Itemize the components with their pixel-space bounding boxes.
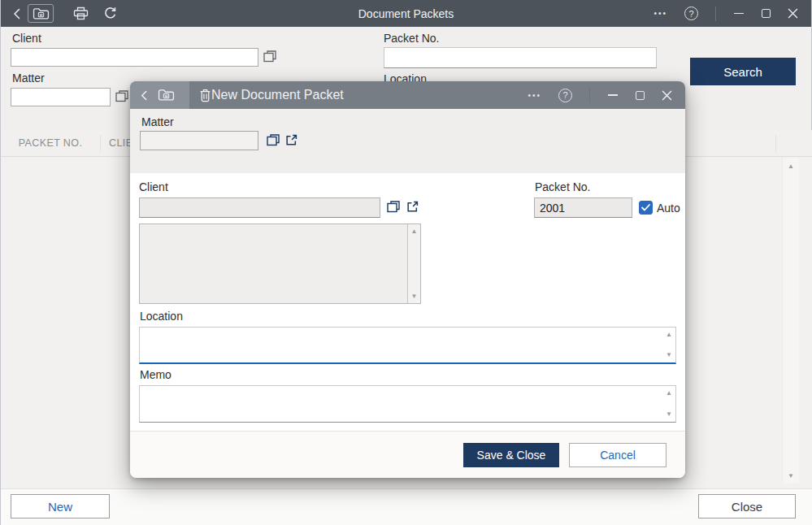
location-label: Location	[140, 310, 183, 323]
packet-no-search-input[interactable]	[384, 47, 657, 68]
print-icon[interactable]	[73, 7, 89, 20]
scroll-up-icon[interactable]: ▲	[666, 390, 672, 397]
maximize-icon[interactable]	[636, 91, 645, 100]
scroll-down-icon[interactable]: ▼	[666, 352, 672, 358]
column-header-packet-no[interactable]: PACKET NO.	[1, 130, 100, 156]
back-icon[interactable]	[12, 7, 21, 20]
save-close-button[interactable]: Save & Close	[463, 443, 559, 467]
client-search-input[interactable]	[11, 48, 258, 67]
column-divider	[775, 135, 776, 152]
bottom-bar: New Close	[1, 488, 812, 525]
dialog-footer: Save & Close Cancel	[130, 431, 685, 478]
auto-checkbox-label[interactable]: Auto	[657, 202, 680, 215]
client-lookup-icon[interactable]	[263, 50, 276, 63]
more-options-icon[interactable]: •••	[528, 91, 541, 100]
location-field: ▲ ▼	[139, 327, 676, 364]
matter-lookup-icon[interactable]	[115, 90, 128, 102]
more-options-icon[interactable]: •••	[654, 9, 667, 18]
new-button[interactable]: New	[11, 494, 110, 518]
titlebar-divider	[589, 88, 590, 102]
packet-folder-icon-button[interactable]: M	[28, 4, 54, 23]
delete-icon[interactable]	[199, 89, 211, 102]
client-label: Client	[139, 180, 168, 193]
scroll-up-icon[interactable]: ▲	[408, 228, 420, 235]
back-icon[interactable]	[140, 89, 148, 102]
packet-no-label: Packet No.	[384, 32, 439, 45]
close-button[interactable]: Close	[698, 494, 796, 518]
scroll-down-icon[interactable]: ▼	[666, 411, 672, 418]
minimize-icon[interactable]	[733, 8, 745, 20]
minimize-icon[interactable]	[607, 89, 619, 101]
memo-textarea[interactable]	[140, 386, 675, 422]
matter-label: Matter	[141, 115, 174, 128]
client-label: Client	[12, 32, 41, 45]
svg-text:M: M	[39, 12, 42, 16]
scroll-down-icon[interactable]: ▼	[783, 472, 799, 479]
svg-text:M: M	[165, 94, 168, 98]
memo-label: Memo	[140, 368, 172, 381]
matter-lookup-icon[interactable]	[267, 134, 280, 146]
client-open-external-icon[interactable]	[406, 201, 419, 213]
dialog-title: New Document Packet	[211, 88, 344, 102]
memo-field: ▲ ▼	[139, 385, 676, 423]
packet-no-input[interactable]	[534, 197, 632, 218]
client-lookup-icon[interactable]	[387, 201, 400, 213]
location-textarea[interactable]	[140, 328, 675, 362]
folder-m-icon[interactable]: M	[158, 89, 175, 102]
search-button[interactable]: Search	[690, 58, 796, 85]
client-details-box: ▲ ▼	[139, 223, 421, 304]
dialog-nav-segment: M	[130, 81, 189, 109]
auto-checkbox[interactable]	[639, 201, 653, 215]
scroll-up-icon[interactable]: ▲	[666, 332, 672, 338]
matter-input[interactable]	[140, 131, 258, 150]
refresh-icon[interactable]	[103, 7, 117, 20]
matter-search-input[interactable]	[11, 88, 111, 106]
matter-open-external-icon[interactable]	[285, 134, 297, 146]
dialog-titlebar: M New Document Packet ••• ?	[130, 81, 685, 109]
scroll-down-icon[interactable]: ▼	[408, 293, 420, 300]
close-icon[interactable]	[788, 8, 798, 19]
close-icon[interactable]	[662, 90, 672, 101]
window-titlebar: M Document Packets ••• ?	[1, 0, 811, 27]
column-divider	[100, 135, 101, 152]
packet-no-label: Packet No.	[535, 180, 590, 193]
grid-vertical-scrollbar[interactable]: ▲ ▼	[782, 158, 799, 484]
client-input[interactable]	[139, 197, 380, 218]
help-icon[interactable]: ?	[684, 7, 698, 20]
maximize-icon[interactable]	[762, 9, 771, 18]
matter-label: Matter	[12, 72, 45, 85]
client-details-text	[140, 224, 420, 228]
cancel-button[interactable]: Cancel	[569, 443, 667, 467]
client-details-scrollbar[interactable]: ▲ ▼	[407, 224, 420, 303]
titlebar-divider	[715, 7, 716, 21]
new-document-packet-dialog: M New Document Packet ••• ? Matter Clien…	[130, 81, 685, 478]
folder-m-icon: M	[33, 7, 50, 20]
help-icon[interactable]: ?	[558, 89, 572, 102]
scroll-up-icon[interactable]: ▲	[783, 163, 799, 170]
